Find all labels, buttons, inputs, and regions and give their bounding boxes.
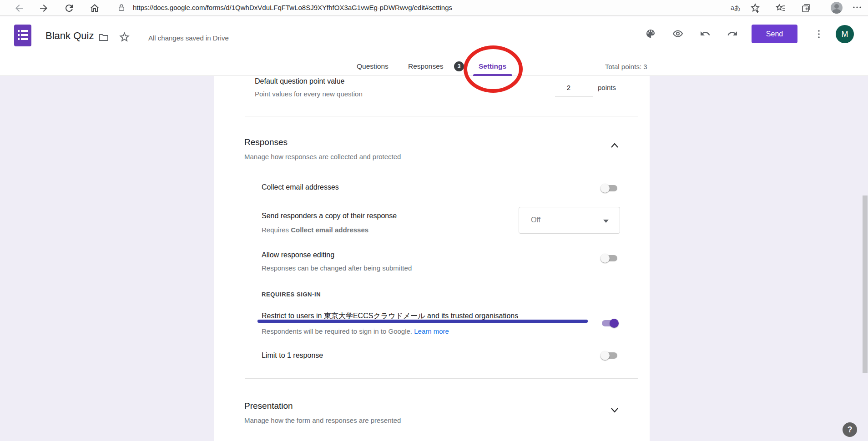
expand-chevron-down-icon[interactable]: [611, 406, 619, 412]
browser-profile-icon[interactable]: [831, 2, 843, 14]
default-point-value-title: Default question point value: [255, 77, 344, 85]
collections-icon[interactable]: [801, 3, 812, 14]
responses-section-subtitle: Manage how responses are collected and p…: [244, 153, 401, 160]
home-icon[interactable]: [89, 3, 100, 14]
annotation-circle: [464, 45, 523, 93]
collect-email-toggle[interactable]: [601, 184, 619, 193]
limit-one-response-toggle[interactable]: [601, 351, 619, 360]
default-point-value-subtitle: Point values for every new question: [255, 90, 363, 98]
point-value-input-underline: [555, 96, 593, 96]
tab-bar: Questions Responses 3 Settings Total poi…: [0, 55, 868, 76]
settings-page: Default question point value Point value…: [0, 76, 868, 441]
learn-more-link[interactable]: Learn more: [414, 327, 449, 335]
collect-email-title: Collect email addresses: [262, 183, 339, 191]
tab-responses[interactable]: Responses: [408, 62, 444, 70]
browser-toolbar: https://docs.google.com/forms/d/1QwhDxVd…: [0, 0, 868, 16]
allow-editing-title: Allow response editing: [262, 251, 334, 259]
allow-editing-toggle[interactable]: [601, 254, 619, 263]
collapse-chevron-up-icon[interactable]: [611, 142, 619, 147]
annotation-underline: [257, 320, 588, 323]
preview-eye-icon[interactable]: [672, 28, 683, 39]
send-copy-subtitle-bold: Collect email addresses: [291, 226, 368, 234]
dropdown-selected-value: Off: [531, 216, 540, 224]
limit-one-response-title: Limit to 1 response: [262, 351, 323, 360]
section-divider: [245, 116, 638, 116]
lock-icon[interactable]: [117, 4, 126, 12]
help-button[interactable]: ?: [843, 422, 857, 437]
move-folder-icon[interactable]: [98, 32, 109, 43]
star-icon[interactable]: [118, 31, 131, 43]
more-options-icon[interactable]: [813, 29, 824, 40]
restrict-subtitle-text: Respondents will be required to sign in …: [262, 327, 414, 335]
send-copy-subtitle-prefix: Requires: [262, 226, 291, 234]
restrict-users-subtitle: Respondents will be required to sign in …: [262, 327, 449, 335]
browser-menu-icon[interactable]: [852, 5, 863, 15]
point-value-input[interactable]: 2: [550, 84, 587, 91]
save-status: All changes saved in Drive: [148, 34, 229, 42]
points-unit-label: points: [598, 84, 616, 91]
settings-card: Default question point value Point value…: [214, 76, 650, 441]
restrict-users-toggle[interactable]: [601, 319, 619, 328]
back-icon[interactable]: [14, 3, 25, 14]
undo-icon[interactable]: [700, 28, 711, 39]
favorites-bar-icon[interactable]: [775, 3, 786, 14]
document-title[interactable]: Blank Quiz: [45, 30, 94, 42]
customize-theme-icon[interactable]: [645, 28, 656, 39]
send-copy-dropdown[interactable]: Off: [519, 207, 620, 234]
send-copy-subtitle: Requires Collect email addresses: [262, 226, 368, 234]
forward-icon[interactable]: [38, 3, 49, 14]
google-forms-logo[interactable]: [14, 25, 31, 46]
account-avatar[interactable]: M: [836, 25, 854, 43]
tab-questions[interactable]: Questions: [357, 62, 389, 70]
send-copy-title: Send responders a copy of their response: [262, 212, 397, 220]
address-bar[interactable]: https://docs.google.com/forms/d/1QwhDxVd…: [133, 4, 452, 11]
redo-icon[interactable]: [727, 28, 738, 39]
scrollbar-thumb[interactable]: [863, 195, 868, 373]
add-favorite-icon[interactable]: [750, 3, 761, 14]
responses-section-title: Responses: [244, 137, 288, 147]
responses-count-badge: 3: [454, 61, 464, 71]
dropdown-caret-icon: [603, 220, 609, 223]
section-divider: [245, 378, 638, 379]
translate-icon[interactable]: aあ: [731, 4, 741, 12]
presentation-section-title: Presentation: [244, 401, 293, 411]
presentation-section-subtitle: Manage how the form and responses are pr…: [244, 416, 401, 424]
allow-editing-subtitle: Responses can be changed after being sub…: [262, 264, 412, 272]
total-points: Total points: 3: [605, 63, 647, 70]
requires-sign-in-header: REQUIRES SIGN-IN: [262, 291, 321, 298]
refresh-icon[interactable]: [64, 3, 75, 14]
send-button[interactable]: Send: [752, 25, 797, 43]
